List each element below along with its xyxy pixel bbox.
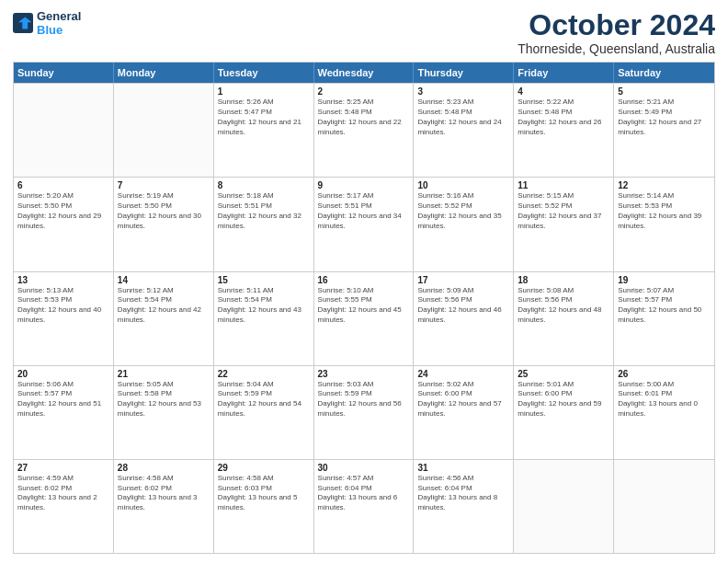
day-number: 2: [318, 86, 410, 97]
cell-info: Sunrise: 4:58 AM Sunset: 6:03 PM Dayligh…: [218, 474, 310, 513]
day-number: 23: [318, 369, 410, 379]
cell-info: Sunrise: 5:03 AM Sunset: 5:59 PM Dayligh…: [318, 380, 410, 419]
day-number: 29: [218, 463, 310, 473]
cell-info: Sunrise: 5:23 AM Sunset: 5:48 PM Dayligh…: [417, 98, 509, 137]
cell-info: Sunrise: 5:15 AM Sunset: 5:52 PM Dayligh…: [518, 191, 609, 231]
logo: General Blue: [13, 9, 81, 37]
calendar-cell: 16Sunrise: 5:10 AM Sunset: 5:55 PM Dayli…: [314, 272, 415, 365]
day-number: 3: [417, 86, 509, 97]
cell-info: Sunrise: 5:10 AM Sunset: 5:55 PM Dayligh…: [318, 286, 410, 326]
calendar-cell: 10Sunrise: 5:16 AM Sunset: 5:52 PM Dayli…: [414, 178, 514, 270]
cell-info: Sunrise: 5:20 AM Sunset: 5:50 PM Dayligh…: [17, 191, 109, 231]
calendar-cell: 20Sunrise: 5:06 AM Sunset: 5:57 PM Dayli…: [14, 366, 114, 459]
day-number: 22: [218, 369, 310, 379]
calendar-page: General Blue October 2024 Thorneside, Qu…: [0, 0, 728, 563]
calendar-cell: 8Sunrise: 5:18 AM Sunset: 5:51 PM Daylig…: [214, 178, 314, 270]
calendar-cell: 14Sunrise: 5:12 AM Sunset: 5:54 PM Dayli…: [114, 272, 214, 365]
day-number: 14: [118, 275, 210, 285]
calendar-cell: [614, 460, 714, 553]
day-number: 19: [618, 275, 711, 285]
calendar-cell: 17Sunrise: 5:09 AM Sunset: 5:56 PM Dayli…: [414, 272, 514, 365]
cell-info: Sunrise: 4:57 AM Sunset: 6:04 PM Dayligh…: [318, 474, 410, 513]
calendar-row: 13Sunrise: 5:13 AM Sunset: 5:53 PM Dayli…: [14, 271, 714, 365]
cell-info: Sunrise: 5:09 AM Sunset: 5:56 PM Dayligh…: [417, 286, 509, 326]
calendar-cell: 25Sunrise: 5:01 AM Sunset: 6:00 PM Dayli…: [514, 366, 614, 459]
calendar-header-cell: Tuesday: [214, 63, 314, 83]
cell-info: Sunrise: 5:11 AM Sunset: 5:54 PM Dayligh…: [218, 286, 310, 326]
cell-info: Sunrise: 5:02 AM Sunset: 6:00 PM Dayligh…: [417, 380, 509, 419]
logo-text: General Blue: [37, 9, 81, 37]
day-number: 27: [17, 463, 109, 473]
cell-info: Sunrise: 4:56 AM Sunset: 6:04 PM Dayligh…: [417, 474, 509, 513]
cell-info: Sunrise: 5:19 AM Sunset: 5:50 PM Dayligh…: [118, 191, 210, 231]
cell-info: Sunrise: 5:12 AM Sunset: 5:54 PM Dayligh…: [118, 286, 210, 326]
calendar-cell: 15Sunrise: 5:11 AM Sunset: 5:54 PM Dayli…: [214, 272, 314, 365]
calendar-row: 1Sunrise: 5:26 AM Sunset: 5:47 PM Daylig…: [14, 83, 714, 177]
calendar-cell: 4Sunrise: 5:22 AM Sunset: 5:48 PM Daylig…: [514, 84, 614, 177]
cell-info: Sunrise: 5:13 AM Sunset: 5:53 PM Dayligh…: [17, 286, 109, 326]
month-title: October 2024: [518, 9, 715, 41]
calendar-row: 27Sunrise: 4:59 AM Sunset: 6:02 PM Dayli…: [14, 459, 714, 553]
day-number: 1: [218, 86, 310, 97]
calendar-row: 20Sunrise: 5:06 AM Sunset: 5:57 PM Dayli…: [14, 365, 714, 459]
day-number: 20: [17, 369, 109, 379]
day-number: 18: [518, 275, 609, 285]
day-number: 13: [17, 275, 109, 285]
day-number: 6: [17, 180, 109, 190]
cell-info: Sunrise: 5:06 AM Sunset: 5:57 PM Dayligh…: [17, 380, 109, 419]
calendar-cell: [14, 84, 114, 177]
cell-info: Sunrise: 5:01 AM Sunset: 6:00 PM Dayligh…: [518, 380, 609, 419]
cell-info: Sunrise: 5:26 AM Sunset: 5:47 PM Dayligh…: [218, 98, 310, 137]
calendar-header-cell: Thursday: [414, 63, 514, 83]
day-number: 25: [518, 369, 609, 379]
calendar-cell: 23Sunrise: 5:03 AM Sunset: 5:59 PM Dayli…: [314, 366, 415, 459]
title-block: October 2024 Thorneside, Queensland, Aus…: [518, 9, 715, 56]
cell-info: Sunrise: 5:25 AM Sunset: 5:48 PM Dayligh…: [318, 98, 410, 137]
cell-info: Sunrise: 5:22 AM Sunset: 5:48 PM Dayligh…: [518, 98, 609, 137]
day-number: 28: [118, 463, 210, 473]
day-number: 21: [118, 369, 210, 379]
calendar-cell: 12Sunrise: 5:14 AM Sunset: 5:53 PM Dayli…: [614, 178, 714, 270]
cell-info: Sunrise: 5:17 AM Sunset: 5:51 PM Dayligh…: [318, 191, 410, 231]
day-number: 15: [218, 275, 310, 285]
calendar-header: SundayMondayTuesdayWednesdayThursdayFrid…: [14, 63, 714, 83]
day-number: 7: [118, 180, 210, 190]
day-number: 11: [518, 180, 609, 190]
calendar-cell: 7Sunrise: 5:19 AM Sunset: 5:50 PM Daylig…: [114, 178, 214, 270]
calendar-cell: 24Sunrise: 5:02 AM Sunset: 6:00 PM Dayli…: [414, 366, 514, 459]
cell-info: Sunrise: 5:04 AM Sunset: 5:59 PM Dayligh…: [218, 380, 310, 419]
cell-info: Sunrise: 5:16 AM Sunset: 5:52 PM Dayligh…: [417, 191, 509, 231]
cell-info: Sunrise: 5:00 AM Sunset: 6:01 PM Dayligh…: [618, 380, 711, 419]
cell-info: Sunrise: 5:08 AM Sunset: 5:56 PM Dayligh…: [518, 286, 609, 326]
day-number: 16: [318, 275, 410, 285]
calendar-cell: 19Sunrise: 5:07 AM Sunset: 5:57 PM Dayli…: [614, 272, 714, 365]
calendar-cell: 9Sunrise: 5:17 AM Sunset: 5:51 PM Daylig…: [314, 178, 415, 270]
day-number: 10: [417, 180, 509, 190]
day-number: 24: [417, 369, 509, 379]
day-number: 5: [618, 86, 711, 97]
cell-info: Sunrise: 5:14 AM Sunset: 5:53 PM Dayligh…: [618, 191, 711, 231]
calendar-cell: 21Sunrise: 5:05 AM Sunset: 5:58 PM Dayli…: [114, 366, 214, 459]
calendar-header-cell: Monday: [114, 63, 214, 83]
calendar-cell: 2Sunrise: 5:25 AM Sunset: 5:48 PM Daylig…: [314, 84, 415, 177]
day-number: 30: [318, 463, 410, 473]
calendar-cell: [514, 460, 614, 553]
calendar-header-cell: Sunday: [14, 63, 114, 83]
calendar-header-cell: Friday: [514, 63, 614, 83]
cell-info: Sunrise: 5:21 AM Sunset: 5:49 PM Dayligh…: [618, 98, 711, 137]
day-number: 17: [417, 275, 509, 285]
calendar-row: 6Sunrise: 5:20 AM Sunset: 5:50 PM Daylig…: [14, 177, 714, 270]
calendar-cell: 3Sunrise: 5:23 AM Sunset: 5:48 PM Daylig…: [414, 84, 514, 177]
cell-info: Sunrise: 4:59 AM Sunset: 6:02 PM Dayligh…: [17, 474, 109, 513]
day-number: 4: [518, 86, 609, 97]
calendar-cell: 13Sunrise: 5:13 AM Sunset: 5:53 PM Dayli…: [14, 272, 114, 365]
calendar-body: 1Sunrise: 5:26 AM Sunset: 5:47 PM Daylig…: [14, 83, 714, 553]
calendar-cell: 5Sunrise: 5:21 AM Sunset: 5:49 PM Daylig…: [614, 84, 714, 177]
calendar-cell: [114, 84, 214, 177]
calendar-header-cell: Saturday: [614, 63, 714, 83]
logo-icon: [13, 13, 33, 33]
calendar-cell: 11Sunrise: 5:15 AM Sunset: 5:52 PM Dayli…: [514, 178, 614, 270]
day-number: 8: [218, 180, 310, 190]
day-number: 26: [618, 369, 711, 379]
header: General Blue October 2024 Thorneside, Qu…: [13, 9, 715, 56]
